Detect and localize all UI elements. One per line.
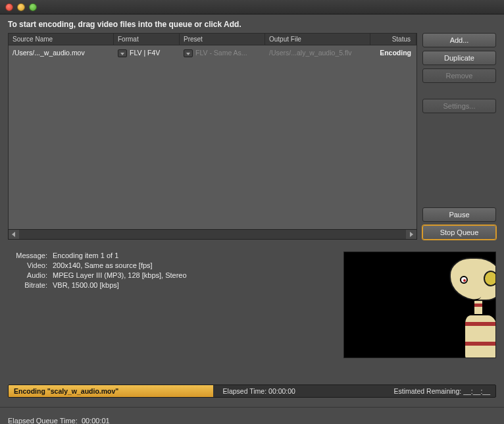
instruction-text: To start encoding, drag video files into… bbox=[0, 14, 504, 33]
cell-preset[interactable]: FLV - Same As... bbox=[180, 47, 265, 59]
horizontal-scrollbar[interactable] bbox=[8, 229, 417, 240]
add-button[interactable]: Add... bbox=[422, 33, 496, 47]
queue-header: Source Name Format Preset Output File St… bbox=[8, 33, 417, 45]
encode-info: Message:Encoding item 1 of 1 Video:200x1… bbox=[8, 252, 330, 358]
queue-panel: Source Name Format Preset Output File St… bbox=[8, 33, 417, 240]
cell-output: /Users/...aly_w_audio_5.flv bbox=[265, 47, 370, 59]
value-bitrate: VBR, 1500.00 [kbps] bbox=[53, 281, 119, 289]
titlebar bbox=[0, 0, 504, 14]
progress-bar: Encoding "scaly_w_audio.mov" Elapsed Tim… bbox=[8, 384, 496, 398]
preset-dropdown-icon[interactable] bbox=[184, 49, 193, 57]
label-message: Message: bbox=[8, 252, 47, 259]
cell-source: /Users/..._w_audio.mov bbox=[9, 47, 114, 59]
value-audio: MPEG Layer III (MP3), 128 [kbps], Stereo bbox=[53, 271, 187, 279]
scroll-left-icon[interactable] bbox=[9, 230, 19, 239]
cell-format[interactable]: FLV | F4V bbox=[114, 47, 180, 59]
scroll-right-icon[interactable] bbox=[406, 230, 416, 239]
queue-row[interactable]: /Users/..._w_audio.mov FLV | F4V FLV - S… bbox=[9, 45, 416, 61]
progress-filename: Encoding "scaly_w_audio.mov" bbox=[9, 387, 118, 395]
col-header-status[interactable]: Status bbox=[370, 34, 416, 45]
remaining-value: __:__:__ bbox=[463, 387, 490, 395]
format-dropdown-icon[interactable] bbox=[118, 49, 127, 57]
label-video: Video: bbox=[8, 261, 47, 269]
minimize-window-button[interactable] bbox=[17, 3, 25, 11]
elapsed-label: Elapsed Time: bbox=[223, 387, 267, 395]
side-buttons-top: Add... Duplicate Remove Settings... bbox=[422, 33, 496, 113]
duplicate-button[interactable]: Duplicate bbox=[422, 51, 496, 65]
svg-marker-1 bbox=[410, 232, 413, 237]
footer: Elapsed Queue Time: 00:00:01 bbox=[0, 407, 504, 424]
cell-status: Encoding bbox=[370, 47, 416, 59]
preview-thumbnail bbox=[343, 252, 496, 358]
value-video: 200x140, Same as source [fps] bbox=[53, 261, 153, 269]
col-header-preset[interactable]: Preset bbox=[180, 34, 265, 45]
queue-time-value: 00:00:01 bbox=[82, 417, 110, 424]
zoom-window-button[interactable] bbox=[29, 3, 37, 11]
stop-queue-button[interactable]: Stop Queue bbox=[422, 225, 496, 240]
close-window-button[interactable] bbox=[5, 3, 13, 11]
queue-time-label: Elapsed Queue Time: bbox=[8, 417, 78, 424]
value-message: Encoding item 1 of 1 bbox=[53, 252, 118, 259]
label-bitrate: Bitrate: bbox=[8, 281, 47, 289]
remove-button[interactable]: Remove bbox=[422, 68, 496, 83]
settings-button[interactable]: Settings... bbox=[422, 99, 496, 113]
pause-button[interactable]: Pause bbox=[422, 207, 496, 222]
scroll-track[interactable] bbox=[19, 230, 406, 239]
side-buttons-bottom: Pause Stop Queue bbox=[422, 207, 496, 240]
col-header-format[interactable]: Format bbox=[114, 34, 180, 45]
col-header-output[interactable]: Output File bbox=[265, 34, 370, 45]
remaining-label: Estimated Remaining: bbox=[393, 387, 461, 395]
col-header-source[interactable]: Source Name bbox=[9, 34, 114, 45]
svg-marker-0 bbox=[12, 232, 15, 237]
label-audio: Audio: bbox=[8, 271, 47, 279]
elapsed-value: 00:00:00 bbox=[268, 387, 295, 395]
queue-list[interactable]: /Users/..._w_audio.mov FLV | F4V FLV - S… bbox=[8, 45, 417, 229]
